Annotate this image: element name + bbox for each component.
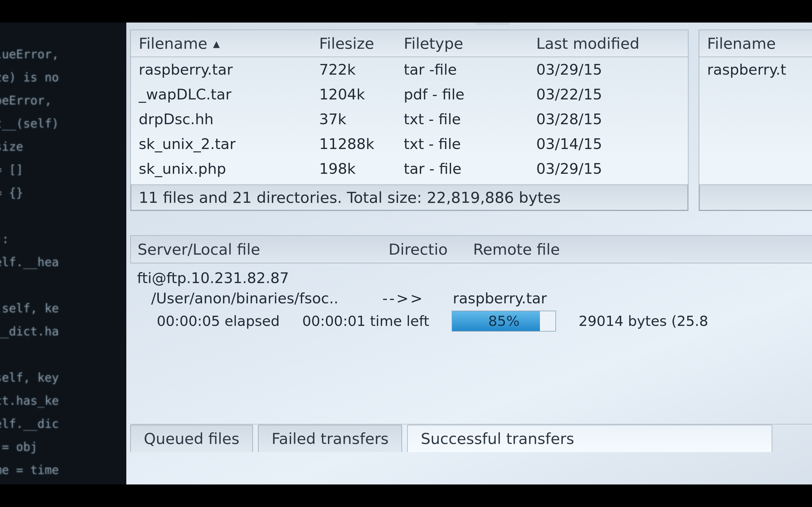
column-filename[interactable]: Filename ▴ [131,35,311,52]
file-row[interactable]: sk_unix.php 198k tar - file 03/29/15 [131,156,688,181]
transfer-local-path: /User/anon/binaries/fsoc.. [137,290,382,307]
file-name: _wapDLC.tar [131,86,311,103]
file-type: txt - file [396,111,528,128]
column-filename[interactable]: Filename [699,35,812,52]
file-modified: 03/22/15 [528,86,688,103]
file-row[interactable]: raspberry.t [699,57,812,82]
file-size: 37k [311,111,396,128]
file-row[interactable]: sk_unix_2.tar 11288k txt - file 03/14/15 [131,131,688,156]
file-size: 11288k [311,135,396,152]
queue-tabs: Queued files Failed transfers Successful… [130,424,812,452]
transfer-queue-panel: Server/Local file Directio Remote file S… [130,235,812,334]
directory-summary: 11 files and 21 directories. Total size:… [131,184,688,210]
transfer-bytes: 29014 bytes (25.8 [578,313,708,329]
remote-file-panel: Filename raspberry.t [699,30,812,211]
column-filetype[interactable]: Filetype [396,35,528,52]
transfer-size: 72 [743,290,812,307]
file-modified: 03/14/15 [528,135,688,152]
sort-ascending-icon: ▴ [213,36,220,51]
file-name: sk_unix_2.tar [131,135,311,152]
file-row[interactable]: _wapDLC.tar 1204k pdf - file 03/22/15 [131,82,688,107]
transfer-host[interactable]: fti@ftp.10.231.82.87 [137,270,812,286]
file-size: 1204k [311,86,396,103]
direction-arrow-icon: -->> [382,290,453,307]
column-filename-label: Filename [139,35,207,52]
file-name: raspberry.t [699,61,812,78]
column-direction[interactable]: Directio [382,240,466,258]
column-server-local[interactable]: Server/Local file [131,240,382,258]
tab-failed-transfers[interactable]: Failed transfers [258,425,402,452]
file-list-header: Filename ▴ Filesize Filetype Last modifi… [131,30,688,57]
tab-queued-files[interactable]: Queued files [130,425,253,452]
file-modified: 03/29/15 [528,61,688,78]
file-name: raspberry.tar [131,61,311,78]
ftp-client-window: Filename ▴ Filesize Filetype Last modifi… [126,22,812,485]
tab-successful-transfers[interactable]: Successful transfers [407,425,772,452]
transfer-remote-file: raspberry.tar [453,290,743,307]
file-type: pdf - file [396,86,528,103]
file-name: sk_unix.php [131,160,311,177]
file-row[interactable]: drpDsc.hh 37k txt - file 03/28/15 [131,107,688,131]
local-file-panel: Filename ▴ Filesize Filetype Last modifi… [130,30,689,211]
column-filesize[interactable]: Filesize [311,35,396,52]
transfer-row[interactable]: /User/anon/binaries/fsoc.. -->> raspberr… [137,290,812,307]
file-name: drpDsc.hh [131,111,311,128]
file-modified: 03/29/15 [528,160,688,177]
progress-percent: 85% [488,313,520,329]
directory-summary [699,184,812,210]
column-last-modified[interactable]: Last modified [528,35,688,52]
file-row[interactable]: raspberry.tar 722k tar -file 03/29/15 [131,57,688,82]
file-type: tar -file [396,61,528,78]
file-modified: 03/28/15 [528,111,688,128]
transfer-progress-bar: 85% [452,311,556,332]
file-type: tar - file [396,160,528,177]
window-drag-handle[interactable] [476,22,510,25]
column-size[interactable]: Si [768,240,812,258]
transfer-elapsed: 00:00:05 elapsed [157,313,280,329]
file-size: 198k [311,160,396,177]
file-size: 722k [311,61,396,78]
transfer-time-left: 00:00:01 time left [302,313,429,329]
column-remote-file[interactable]: Remote file [466,240,768,258]
file-type: txt - file [396,135,528,152]
